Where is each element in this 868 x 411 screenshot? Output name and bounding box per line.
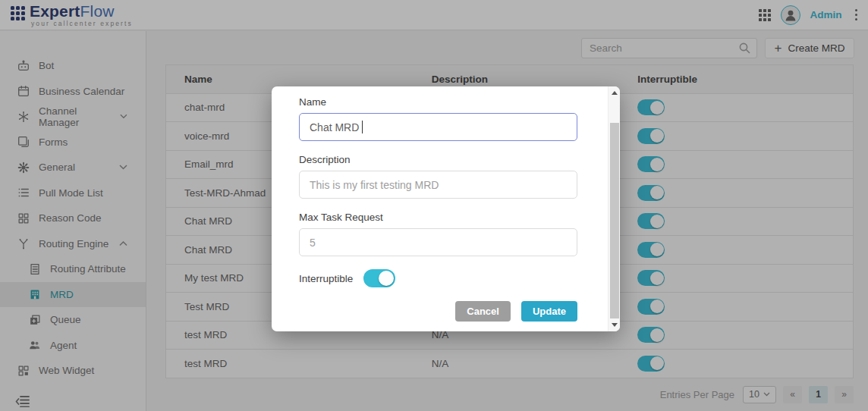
name-label: Name (299, 96, 577, 108)
update-mrd-dialog: Name Chat MRD Description This is my fir… (272, 86, 620, 331)
scrollbar-thumb[interactable] (610, 123, 619, 318)
description-label: Description (299, 154, 577, 165)
cancel-button[interactable]: Cancel (455, 301, 511, 322)
text-cursor (362, 121, 363, 133)
scroll-down-arrow-icon[interactable] (612, 323, 618, 327)
modal-scrollbar[interactable] (608, 86, 620, 331)
name-field[interactable]: Chat MRD (299, 113, 577, 141)
max-task-request-label: Max Task Request (299, 212, 577, 223)
app-window: ExpertFlow your callcenter experts Admin (0, 0, 868, 411)
description-field[interactable]: This is my first testing MRD (299, 171, 577, 199)
interruptible-label: Interruptible (299, 273, 353, 284)
interruptible-toggle[interactable] (363, 269, 395, 287)
max-task-request-field[interactable]: 5 (299, 228, 577, 256)
scroll-up-arrow-icon[interactable] (612, 91, 618, 95)
update-button[interactable]: Update (521, 301, 577, 322)
